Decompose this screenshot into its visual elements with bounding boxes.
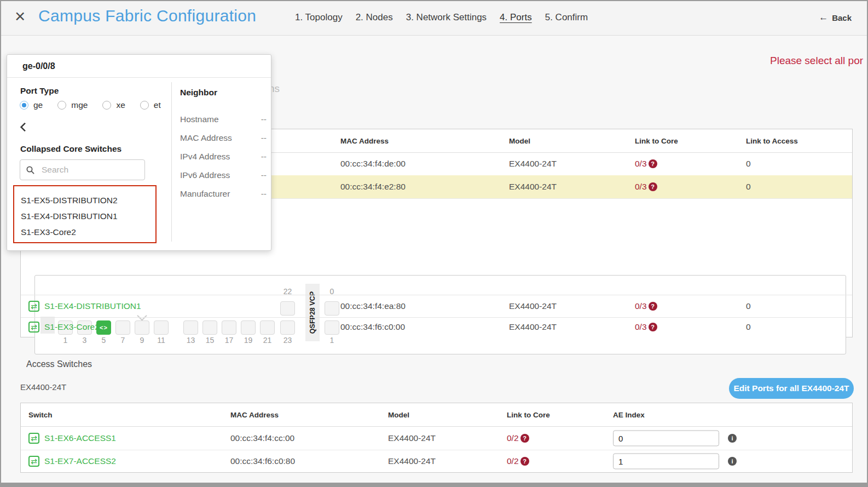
mac-address: 00:cc:34:f6:c0:00 (340, 322, 405, 332)
step-nodes[interactable]: 2. Nodes (356, 12, 393, 23)
radio-icon[interactable] (140, 101, 149, 110)
close-icon[interactable]: × (15, 5, 25, 27)
divider (171, 82, 172, 242)
back-button[interactable]: ← Back (819, 12, 852, 23)
field-value: -- (261, 170, 267, 180)
help-badge-icon[interactable]: ? (520, 457, 529, 466)
radio-label: et (154, 100, 161, 110)
info-icon[interactable]: i (728, 434, 737, 443)
radio-label: ge (33, 100, 43, 110)
field-value: -- (261, 152, 267, 162)
port-number: 15 (202, 336, 217, 345)
step-network-settings[interactable]: 3. Network Settings (406, 12, 487, 23)
model: EX4400-24T (388, 433, 436, 443)
wizard-header: × Campus Fabric Configuration 1. Topolog… (1, 1, 867, 36)
radio-option-mge[interactable]: mge (57, 100, 88, 110)
port-type-label: Port Type (20, 86, 59, 96)
radio-option-ge[interactable]: ge (20, 100, 43, 110)
help-badge-icon[interactable]: ? (649, 182, 657, 191)
model: EX4400-24T (509, 159, 557, 169)
link-to-core-value: 0/3 ? (635, 182, 657, 192)
col-ae-index: AE Index (613, 411, 645, 419)
model: EX4400-24T (388, 456, 436, 466)
chevron-left-icon[interactable] (19, 123, 28, 131)
col-model: Model (388, 411, 409, 419)
access-model-label: EX4400-24T (20, 382, 66, 392)
table-row: ⇄ S1-EX4-DISTRIBUTION1 00:cc:34:f4:ea:80… (21, 295, 852, 318)
radio-label: xe (116, 100, 125, 110)
back-arrow-icon: ← (819, 12, 828, 23)
switch-icon: ⇄ (28, 433, 39, 444)
radio-icon[interactable] (102, 101, 111, 110)
step-topology[interactable]: 1. Topology (295, 12, 343, 23)
switch-name: S1-EX4-DISTRIBUTION1 (44, 301, 141, 311)
field-label: Hostname (180, 114, 219, 124)
field-value: -- (261, 114, 267, 124)
edit-ports-button[interactable]: Edit Ports for all EX4400-24T (729, 378, 854, 399)
back-label: Back (832, 13, 852, 22)
model: EX4400-24T (509, 301, 557, 311)
campus-fabric-window: × Campus Fabric Configuration 1. Topolog… (0, 0, 868, 487)
link-to-access-value: 0 (746, 322, 751, 332)
switch-link[interactable]: ⇄ S1-EX7-ACCESS2 (28, 456, 116, 467)
link-to-access-value: 0 (746, 301, 751, 311)
link-to-core-value: 0/3 ? (635, 322, 657, 332)
search-input[interactable] (40, 164, 138, 175)
help-badge-icon[interactable]: ? (649, 302, 657, 311)
switch-icon: ⇄ (28, 322, 39, 333)
mac-address: 00:cc:34:f4:de:00 (340, 159, 406, 169)
port-number: 7 (115, 336, 130, 345)
step-ports[interactable]: 4. Ports (500, 12, 532, 23)
table-header-row: Switch MAC Address Model Link to Core AE… (21, 403, 852, 427)
info-icon[interactable]: i (728, 457, 737, 466)
port-type-radio-group: ge mge xe et (20, 100, 161, 110)
list-item[interactable]: S1-EX4-DISTRIBUTION1 (21, 208, 149, 224)
radio-option-et[interactable]: et (140, 100, 161, 110)
link-count: 0/2 (507, 456, 519, 466)
col-switch: Switch (28, 411, 53, 419)
col-link-to-access: Link to Access (746, 137, 798, 145)
mac-address: 00:cc:34:f4:ea:80 (340, 301, 406, 311)
switch-link[interactable]: ⇄ S1-EX6-ACCESS1 (28, 433, 116, 444)
neighbor-field: MAC Address -- (180, 133, 267, 143)
link-count: 0/3 (635, 182, 647, 192)
link-to-core-value: 0/2 ? (507, 456, 529, 466)
link-to-access-value: 0 (746, 159, 751, 169)
ae-index-input[interactable] (613, 430, 719, 446)
mac-address: 00:cc:34:f4:e2:80 (340, 182, 406, 192)
radio-label: mge (71, 100, 88, 110)
radio-icon[interactable] (57, 101, 66, 110)
list-item[interactable]: S1-EX5-DISTRIBUTION2 (21, 192, 149, 208)
table-row: ⇄ S1-EX7-ACCESS2 00:cc:34:f6:c0:80 EX440… (21, 450, 852, 472)
link-to-access-value: 0 (746, 182, 751, 192)
step-confirm[interactable]: 5. Confirm (545, 12, 588, 23)
port-number: 1 (325, 336, 339, 345)
radio-option-xe[interactable]: xe (102, 100, 125, 110)
neighbor-field: Manufacturer -- (180, 189, 267, 199)
help-badge-icon[interactable]: ? (520, 434, 529, 443)
link-to-core-value: 0/2 ? (507, 433, 529, 443)
col-mac-address: MAC Address (340, 137, 389, 145)
list-item[interactable]: S1-EX3-Core2 (21, 224, 149, 240)
validation-message: Please select all por (770, 55, 863, 67)
divider (7, 77, 271, 78)
help-badge-icon[interactable]: ? (649, 323, 657, 331)
access-switches-table: Switch MAC Address Model Link to Core AE… (20, 403, 853, 473)
col-model: Model (509, 137, 530, 145)
help-badge-icon[interactable]: ? (649, 159, 657, 168)
ae-index-input[interactable] (613, 453, 719, 469)
model: EX4400-24T (509, 182, 557, 192)
switch-name: S1-EX7-ACCESS2 (44, 456, 116, 466)
link-count: 0/3 (635, 159, 647, 169)
access-switches-heading: Access Switches (26, 359, 92, 369)
switch-link[interactable]: ⇄ S1-EX4-DISTRIBUTION1 (28, 301, 141, 312)
switch-search-box[interactable] (20, 159, 145, 180)
port-number: 1 (58, 336, 73, 345)
mac-address: 00:cc:34:f4:cc:00 (230, 433, 294, 443)
neighbor-field: IPv4 Address -- (180, 152, 267, 162)
port-number: 21 (260, 336, 275, 345)
switch-link[interactable]: ⇄ S1-EX3-Core2 (28, 322, 100, 333)
radio-selected-icon[interactable] (20, 101, 28, 110)
link-count: 0/3 (635, 322, 647, 332)
switch-name: S1-EX6-ACCESS1 (44, 433, 116, 443)
